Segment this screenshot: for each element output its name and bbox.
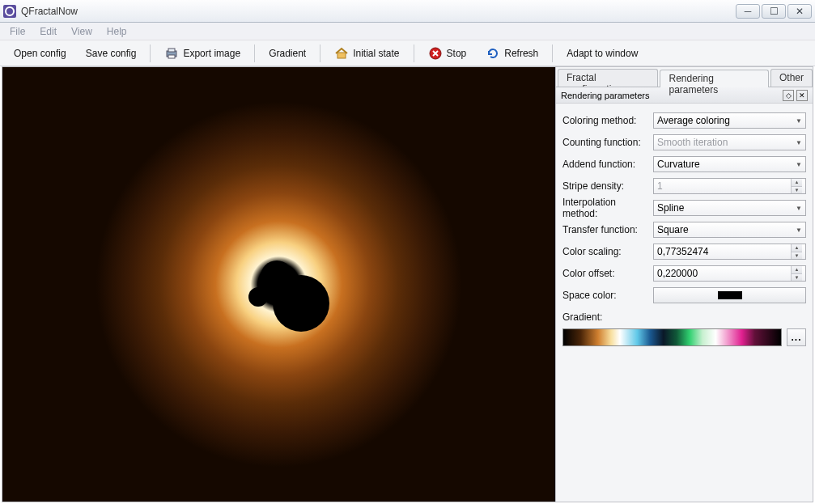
- space-color-button[interactable]: [653, 287, 806, 303]
- transfer-function-label: Transfer function:: [562, 224, 653, 235]
- spin-up-icon[interactable]: ▲: [791, 244, 802, 252]
- minimize-button[interactable]: ─: [736, 4, 760, 19]
- tab-fractal-configuration[interactable]: Fractal configuration: [558, 69, 658, 87]
- open-config-label: Open config: [14, 48, 66, 59]
- toolbar-separator: [150, 44, 151, 62]
- adapt-label: Adapt to window: [567, 48, 638, 59]
- tab-rendering-parameters[interactable]: Rendering parameters: [660, 70, 769, 87]
- color-scaling-spin[interactable]: 0,77352474▲▼: [653, 244, 806, 260]
- panel-tabs: Fractal configuration Rendering paramete…: [556, 67, 813, 87]
- interpolation-method-combo[interactable]: Spline▼: [653, 200, 806, 216]
- transfer-function-combo[interactable]: Square▼: [653, 222, 806, 238]
- menubar: File Edit View Help: [0, 23, 815, 40]
- toolbar: Open config Save config Export image Gra…: [0, 40, 815, 66]
- gradient-more-button[interactable]: ...: [787, 328, 806, 346]
- menu-edit[interactable]: Edit: [33, 24, 63, 39]
- interpolation-method-label: Interpolation method:: [562, 197, 653, 219]
- printer-icon: [164, 46, 179, 61]
- refresh-label: Refresh: [504, 48, 538, 59]
- gradient-button[interactable]: Gradient: [260, 44, 315, 63]
- svg-rect-3: [337, 53, 346, 58]
- spin-down-icon[interactable]: ▼: [791, 252, 802, 260]
- adapt-to-window-button[interactable]: Adapt to window: [558, 44, 647, 63]
- chevron-down-icon: ▼: [796, 117, 802, 125]
- refresh-icon: [486, 46, 500, 61]
- stop-button[interactable]: Stop: [419, 42, 476, 65]
- rendering-form: Coloring method: Average coloring▼ Count…: [556, 104, 813, 353]
- color-offset-label: Color offset:: [562, 268, 653, 279]
- color-scaling-label: Color scaling:: [562, 246, 653, 257]
- side-panel: Fractal configuration Rendering paramete…: [555, 67, 813, 502]
- maximize-button[interactable]: ☐: [762, 4, 786, 19]
- counting-function-combo: Smooth iteration▼: [653, 134, 806, 150]
- app-icon: [3, 5, 16, 18]
- initial-state-button[interactable]: Initial state: [325, 42, 408, 65]
- mandelbrot-set: [257, 267, 329, 340]
- stop-icon: [428, 46, 443, 61]
- main-area: Fractal configuration Rendering paramete…: [2, 66, 813, 502]
- export-image-label: Export image: [183, 48, 240, 59]
- gradient-label: Gradient:: [562, 311, 653, 323]
- toolbar-separator: [414, 44, 414, 62]
- space-color-label: Space color:: [562, 290, 653, 301]
- open-config-button[interactable]: Open config: [5, 44, 75, 63]
- counting-function-label: Counting function:: [562, 137, 653, 148]
- chevron-down-icon: ▼: [796, 205, 802, 212]
- stop-label: Stop: [447, 48, 467, 59]
- save-config-button[interactable]: Save config: [77, 44, 146, 63]
- toolbar-separator: [552, 44, 553, 62]
- home-icon: [334, 46, 349, 61]
- toolbar-separator: [320, 44, 320, 62]
- spin-up-icon[interactable]: ▲: [791, 266, 802, 273]
- spin-down-icon[interactable]: ▼: [791, 273, 802, 282]
- undock-icon[interactable]: ◇: [783, 90, 794, 101]
- refresh-button[interactable]: Refresh: [477, 42, 547, 65]
- menu-help[interactable]: Help: [100, 24, 134, 39]
- spin-up-icon: ▲: [791, 179, 802, 186]
- titlebar: QFractalNow ─ ☐ ✕: [0, 0, 815, 23]
- svg-rect-1: [168, 49, 175, 52]
- chevron-down-icon: ▼: [796, 161, 802, 168]
- menu-view[interactable]: View: [65, 24, 99, 39]
- svg-rect-2: [168, 55, 175, 58]
- save-config-label: Save config: [86, 48, 137, 59]
- coloring-method-label: Coloring method:: [562, 115, 653, 126]
- stripe-density-label: Stripe density:: [562, 180, 653, 192]
- close-panel-icon[interactable]: ✕: [796, 90, 808, 101]
- addend-function-combo[interactable]: Curvature▼: [653, 156, 806, 172]
- panel-body: Rendering parameters ◇ ✕ Coloring method…: [556, 87, 813, 502]
- window-title: QFractalNow: [21, 6, 736, 17]
- menu-file[interactable]: File: [3, 24, 32, 39]
- gradient-bar[interactable]: [562, 328, 782, 346]
- addend-function-label: Addend function:: [562, 159, 653, 170]
- chevron-down-icon: ▼: [796, 227, 802, 234]
- gradient-label: Gradient: [269, 48, 306, 59]
- fractal-canvas[interactable]: [2, 67, 555, 502]
- toolbar-separator: [254, 44, 255, 62]
- close-button[interactable]: ✕: [787, 4, 812, 19]
- coloring-method-combo[interactable]: Average coloring▼: [653, 112, 806, 129]
- initial-state-label: Initial state: [353, 48, 399, 59]
- space-color-swatch: [718, 291, 742, 299]
- color-offset-spin[interactable]: 0,220000▲▼: [653, 265, 806, 282]
- stripe-density-spin: 1▲▼: [653, 178, 806, 194]
- spin-down-icon: ▼: [791, 186, 802, 194]
- export-image-button[interactable]: Export image: [155, 42, 249, 65]
- chevron-down-icon: ▼: [796, 139, 802, 146]
- tab-other[interactable]: Other: [770, 69, 813, 87]
